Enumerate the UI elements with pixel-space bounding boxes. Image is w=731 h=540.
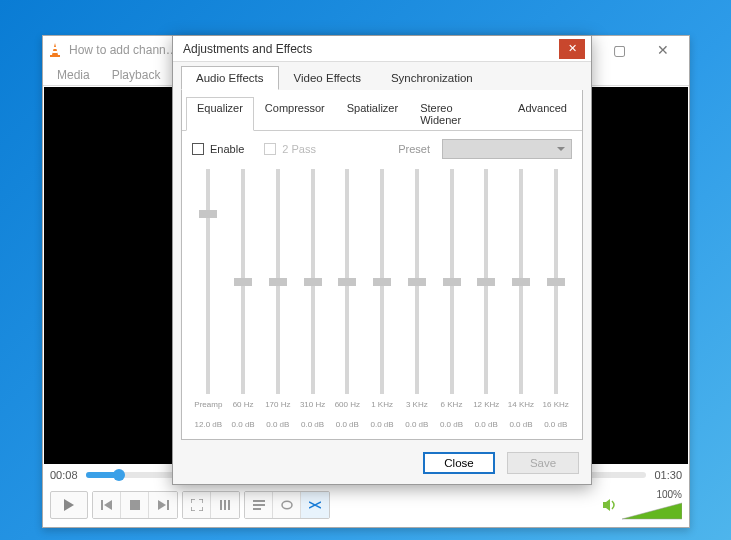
band-1-slider[interactable] bbox=[276, 169, 280, 394]
subtab-advanced[interactable]: Advanced bbox=[507, 97, 578, 131]
skip-forward-icon bbox=[156, 499, 170, 511]
volume-label: 100% bbox=[656, 489, 682, 500]
subtab-spatializer[interactable]: Spatializer bbox=[336, 97, 409, 131]
volume-slider[interactable] bbox=[622, 502, 682, 520]
band-5-slider[interactable] bbox=[415, 169, 419, 394]
loop-button[interactable] bbox=[273, 492, 301, 518]
band-6-thumb[interactable] bbox=[443, 278, 461, 286]
band-5-thumb[interactable] bbox=[408, 278, 426, 286]
stop-icon bbox=[130, 500, 140, 510]
band-8-slider[interactable] bbox=[519, 169, 523, 394]
tab-audio-effects[interactable]: Audio Effects bbox=[181, 66, 279, 90]
play-icon bbox=[62, 498, 76, 512]
band-5-label: 3 KHz bbox=[406, 400, 428, 420]
preset-select[interactable] bbox=[442, 139, 572, 159]
band-6: 6 KHz0.0 dB bbox=[435, 169, 468, 429]
window-close-button[interactable]: ✕ bbox=[641, 36, 685, 64]
tab-video-effects[interactable]: Video Effects bbox=[279, 66, 376, 90]
skip-back-icon bbox=[100, 499, 114, 511]
play-button[interactable] bbox=[50, 491, 88, 519]
volume-area: 100% bbox=[602, 489, 682, 520]
fullscreen-button[interactable] bbox=[183, 492, 211, 518]
subtab-stereo-widener[interactable]: Stereo Widener bbox=[409, 97, 507, 131]
preamp-thumb[interactable] bbox=[199, 210, 217, 218]
equalizer-content: Enable 2 Pass Preset Preamp12.0 dB60 Hz0… bbox=[182, 131, 582, 439]
band-3-thumb[interactable] bbox=[338, 278, 356, 286]
fullscreen-icon bbox=[191, 499, 203, 511]
next-button[interactable] bbox=[149, 492, 177, 518]
band-8-thumb[interactable] bbox=[512, 278, 530, 286]
vlc-cone-icon bbox=[47, 42, 63, 58]
band-9-label: 16 KHz bbox=[543, 400, 569, 420]
enable-checkbox[interactable] bbox=[192, 143, 204, 155]
shuffle-icon bbox=[309, 500, 321, 510]
maximize-button[interactable]: ▢ bbox=[597, 36, 641, 64]
eq-sliders: Preamp12.0 dB60 Hz0.0 dB170 Hz0.0 dB310 … bbox=[192, 159, 572, 429]
band-3-value: 0.0 dB bbox=[336, 420, 359, 429]
band-1-thumb[interactable] bbox=[269, 278, 287, 286]
sliders-icon bbox=[219, 499, 231, 511]
close-button[interactable]: Close bbox=[423, 452, 495, 474]
band-0-thumb[interactable] bbox=[234, 278, 252, 286]
band-2-thumb[interactable] bbox=[304, 278, 322, 286]
time-total[interactable]: 01:30 bbox=[654, 469, 682, 481]
band-9: 16 KHz0.0 dB bbox=[539, 169, 572, 429]
band-3-slider[interactable] bbox=[345, 169, 349, 394]
subtab-compressor[interactable]: Compressor bbox=[254, 97, 336, 131]
seek-thumb[interactable] bbox=[113, 469, 125, 481]
band-6-slider[interactable] bbox=[450, 169, 454, 394]
band-1-value: 0.0 dB bbox=[266, 420, 289, 429]
menu-playback[interactable]: Playback bbox=[102, 66, 171, 84]
audio-effects-panel: Equalizer Compressor Spatializer Stereo … bbox=[181, 90, 583, 440]
main-tabs: Audio Effects Video Effects Synchronizat… bbox=[173, 62, 591, 90]
band-9-thumb[interactable] bbox=[547, 278, 565, 286]
svg-marker-6 bbox=[104, 500, 112, 510]
tab-synchronization[interactable]: Synchronization bbox=[376, 66, 488, 90]
svg-rect-13 bbox=[253, 500, 265, 502]
dialog-close-button[interactable]: ✕ bbox=[559, 39, 585, 59]
band-0-slider[interactable] bbox=[241, 169, 245, 394]
svg-rect-5 bbox=[101, 500, 103, 510]
band-8: 14 KHz0.0 dB bbox=[505, 169, 538, 429]
subtab-equalizer[interactable]: Equalizer bbox=[186, 97, 254, 131]
preamp-label: Preamp bbox=[194, 400, 222, 420]
save-button: Save bbox=[507, 452, 579, 474]
sub-tabs: Equalizer Compressor Spatializer Stereo … bbox=[182, 96, 582, 131]
band-9-slider[interactable] bbox=[554, 169, 558, 394]
svg-rect-11 bbox=[224, 500, 226, 510]
eq-top-row: Enable 2 Pass Preset bbox=[192, 139, 572, 159]
band-4-slider[interactable] bbox=[380, 169, 384, 394]
dialog-titlebar[interactable]: Adjustments and Effects ✕ bbox=[173, 36, 591, 62]
band-9-value: 0.0 dB bbox=[544, 420, 567, 429]
shuffle-button[interactable] bbox=[301, 492, 329, 518]
band-5: 3 KHz0.0 dB bbox=[400, 169, 433, 429]
enable-label: Enable bbox=[210, 143, 244, 155]
stop-button[interactable] bbox=[121, 492, 149, 518]
dialog-buttons: Close Save bbox=[173, 446, 591, 484]
preamp: Preamp12.0 dB bbox=[192, 169, 225, 429]
preamp-slider[interactable] bbox=[206, 169, 210, 394]
menu-media[interactable]: Media bbox=[47, 66, 100, 84]
playlist-icon bbox=[253, 500, 265, 510]
band-0-value: 0.0 dB bbox=[232, 420, 255, 429]
band-2-slider[interactable] bbox=[311, 169, 315, 394]
band-8-label: 14 KHz bbox=[508, 400, 534, 420]
svg-rect-12 bbox=[228, 500, 230, 510]
dialog-title: Adjustments and Effects bbox=[183, 42, 559, 56]
band-4-thumb[interactable] bbox=[373, 278, 391, 286]
time-elapsed[interactable]: 00:08 bbox=[50, 469, 78, 481]
ext-settings-button[interactable] bbox=[211, 492, 239, 518]
svg-rect-2 bbox=[53, 47, 57, 49]
previous-button[interactable] bbox=[93, 492, 121, 518]
playlist-button[interactable] bbox=[245, 492, 273, 518]
band-6-value: 0.0 dB bbox=[440, 420, 463, 429]
band-3-label: 600 Hz bbox=[335, 400, 360, 420]
band-7-thumb[interactable] bbox=[477, 278, 495, 286]
svg-rect-9 bbox=[167, 500, 169, 510]
speaker-icon[interactable] bbox=[602, 498, 618, 512]
preset-label: Preset bbox=[398, 143, 430, 155]
svg-rect-7 bbox=[130, 500, 140, 510]
svg-rect-14 bbox=[253, 504, 265, 506]
band-2: 310 Hz0.0 dB bbox=[296, 169, 329, 429]
band-7-slider[interactable] bbox=[484, 169, 488, 394]
